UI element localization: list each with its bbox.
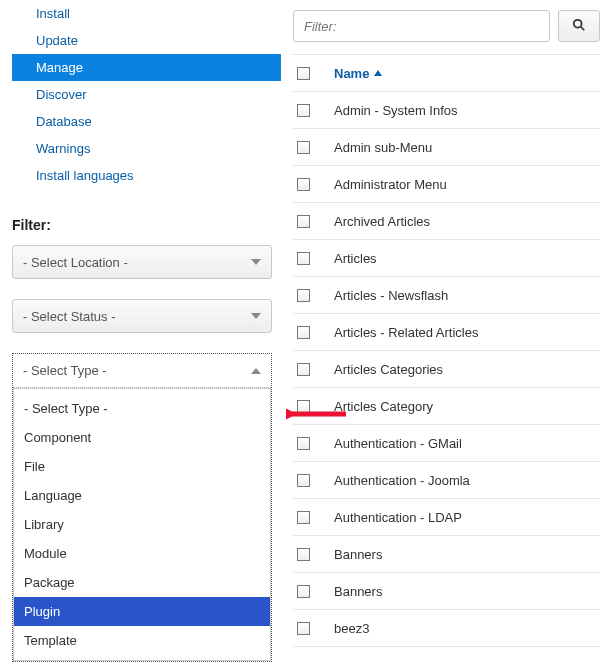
svg-line-1	[581, 26, 585, 30]
sidebar-item-install[interactable]: Install	[12, 0, 281, 27]
sidebar-item-install-languages[interactable]: Install languages	[12, 162, 281, 189]
table-row: Banners	[293, 536, 600, 573]
chevron-up-icon	[251, 368, 261, 374]
select-type-option[interactable]: Component	[14, 423, 270, 452]
row-checkbox[interactable]	[297, 622, 310, 635]
table-row: Archived Articles	[293, 203, 600, 240]
table-row: Articles Categories	[293, 351, 600, 388]
select-type[interactable]: - Select Type - - Select Type -Component…	[12, 353, 272, 662]
row-name[interactable]: Articles Category	[334, 399, 433, 414]
row-checkbox[interactable]	[297, 326, 310, 339]
row-checkbox[interactable]	[297, 437, 310, 450]
select-type-option[interactable]: File	[14, 452, 270, 481]
row-checkbox[interactable]	[297, 252, 310, 265]
select-type-head[interactable]: - Select Type -	[13, 354, 271, 388]
svg-point-0	[574, 19, 582, 27]
table-row: Articles	[293, 240, 600, 277]
filter-heading: Filter:	[12, 217, 281, 233]
sidebar-item-manage[interactable]: Manage	[12, 54, 281, 81]
chevron-down-icon	[251, 313, 261, 319]
row-checkbox[interactable]	[297, 104, 310, 117]
row-name[interactable]: Articles - Newsflash	[334, 288, 448, 303]
row-checkbox[interactable]	[297, 585, 310, 598]
row-name[interactable]: Administrator Menu	[334, 177, 447, 192]
search-icon	[572, 18, 586, 35]
select-location[interactable]: - Select Location -	[12, 245, 272, 279]
row-name[interactable]: beez3	[334, 621, 369, 636]
table-row: Banners	[293, 573, 600, 610]
row-name[interactable]: Archived Articles	[334, 214, 430, 229]
select-type-option[interactable]: Language	[14, 481, 270, 510]
select-type-options: - Select Type -ComponentFileLanguageLibr…	[13, 388, 271, 661]
row-name[interactable]: Articles	[334, 251, 377, 266]
filter-input[interactable]	[293, 10, 550, 42]
table-row: beez3	[293, 610, 600, 647]
table-row: Authentication - Joomla	[293, 462, 600, 499]
sidebar-item-update[interactable]: Update	[12, 27, 281, 54]
row-name[interactable]: Authentication - LDAP	[334, 510, 462, 525]
select-location-label: - Select Location -	[23, 255, 128, 270]
select-type-option[interactable]: Package	[14, 568, 270, 597]
table-row: Administrator Menu	[293, 166, 600, 203]
select-all-checkbox[interactable]	[297, 67, 310, 80]
sort-asc-icon	[374, 70, 382, 76]
table-row: Authentication - LDAP	[293, 499, 600, 536]
select-type-label: - Select Type -	[23, 363, 107, 378]
row-checkbox[interactable]	[297, 548, 310, 561]
search-button[interactable]	[558, 10, 600, 42]
select-type-option[interactable]: Template	[14, 626, 270, 655]
row-name[interactable]: Banners	[334, 547, 382, 562]
row-checkbox[interactable]	[297, 363, 310, 376]
table-row: Authentication - GMail	[293, 425, 600, 462]
row-checkbox[interactable]	[297, 141, 310, 154]
table-body: Admin - System InfosAdmin sub-MenuAdmini…	[293, 92, 600, 647]
row-name[interactable]: Admin - System Infos	[334, 103, 458, 118]
chevron-down-icon	[251, 259, 261, 265]
row-name[interactable]: Articles - Related Articles	[334, 325, 479, 340]
table-header: Name	[293, 54, 600, 92]
row-checkbox[interactable]	[297, 289, 310, 302]
table-row: Articles - Newsflash	[293, 277, 600, 314]
row-checkbox[interactable]	[297, 474, 310, 487]
select-type-option[interactable]: - Select Type -	[14, 394, 270, 423]
sidebar-item-warnings[interactable]: Warnings	[12, 135, 281, 162]
column-header-name[interactable]: Name	[334, 66, 382, 81]
row-name[interactable]: Articles Categories	[334, 362, 443, 377]
table-row: Articles Category	[293, 388, 600, 425]
select-type-option[interactable]: Module	[14, 539, 270, 568]
row-checkbox[interactable]	[297, 511, 310, 524]
select-type-option[interactable]: Plugin	[14, 597, 270, 626]
select-status-label: - Select Status -	[23, 309, 115, 324]
table-row: Admin - System Infos	[293, 92, 600, 129]
sidebar-item-discover[interactable]: Discover	[12, 81, 281, 108]
sidebar-nav: InstallUpdateManageDiscoverDatabaseWarni…	[12, 0, 281, 189]
column-header-name-label: Name	[334, 66, 369, 81]
row-name[interactable]: Banners	[334, 584, 382, 599]
row-checkbox[interactable]	[297, 178, 310, 191]
row-checkbox[interactable]	[297, 400, 310, 413]
row-name[interactable]: Authentication - GMail	[334, 436, 462, 451]
select-type-option[interactable]: Library	[14, 510, 270, 539]
table-row: Admin sub-Menu	[293, 129, 600, 166]
table-row: Articles - Related Articles	[293, 314, 600, 351]
select-status[interactable]: - Select Status -	[12, 299, 272, 333]
sidebar-item-database[interactable]: Database	[12, 108, 281, 135]
row-name[interactable]: Authentication - Joomla	[334, 473, 470, 488]
row-checkbox[interactable]	[297, 215, 310, 228]
row-name[interactable]: Admin sub-Menu	[334, 140, 432, 155]
